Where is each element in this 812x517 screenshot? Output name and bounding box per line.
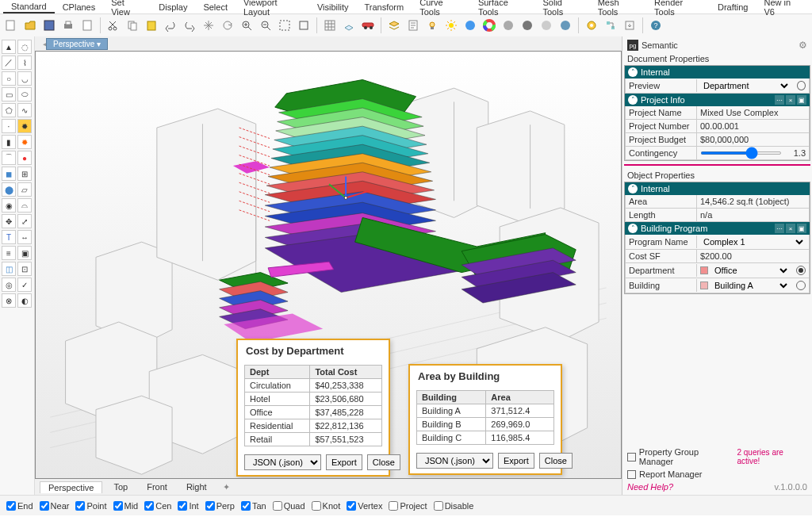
osnap-near[interactable]: Near: [40, 501, 70, 511]
point-icon[interactable]: ·: [2, 119, 16, 133]
osnap-end[interactable]: End: [6, 501, 33, 511]
gear-yellow-icon[interactable]: [584, 17, 599, 33]
flow-icon[interactable]: [603, 17, 619, 33]
report-cost-by-dept[interactable]: Cost by Department DeptTotal Cost Circul…: [236, 339, 390, 477]
section-internal[interactable]: ˄ Internal: [625, 66, 810, 79]
car-icon[interactable]: [360, 17, 376, 33]
zoom-window-icon[interactable]: [296, 17, 312, 33]
vftab-front[interactable]: Front: [139, 481, 175, 492]
osnap-vertex[interactable]: Vertex: [347, 501, 382, 511]
open-icon[interactable]: [22, 17, 38, 33]
tab-setview[interactable]: Set View: [103, 0, 151, 17]
export-icon[interactable]: [622, 17, 638, 33]
osnap-point[interactable]: Point: [75, 501, 106, 511]
viewport-tab[interactable]: Perspective ▾: [46, 38, 108, 50]
zoom-in-icon[interactable]: [239, 17, 255, 33]
rotate-icon[interactable]: [220, 17, 236, 33]
sphere-tool-icon[interactable]: ●: [17, 151, 32, 165]
section-project-info[interactable]: ˄ Project Info ⋯×▣: [625, 94, 810, 106]
tab-curvetools[interactable]: Curve Tools: [412, 0, 470, 17]
lasso-icon[interactable]: ◌: [17, 40, 32, 54]
osnap-perp[interactable]: Perp: [205, 501, 235, 511]
move-icon[interactable]: ✥: [2, 214, 16, 228]
close-button[interactable]: Close: [367, 454, 400, 470]
mesh-icon[interactable]: ⊞: [17, 167, 32, 181]
block-icon[interactable]: ▣: [17, 246, 32, 260]
project-number-value[interactable]: 00.00.001: [697, 120, 809, 132]
sphere1-icon[interactable]: [500, 17, 516, 33]
tab-newinv6[interactable]: New in V6: [756, 0, 810, 17]
save-icon[interactable]: [41, 17, 57, 33]
grid-icon[interactable]: [322, 17, 338, 33]
program-name-select[interactable]: Complex 1: [700, 236, 806, 247]
scale-icon[interactable]: ⤢: [17, 214, 32, 228]
viewport[interactable]: Cost by Department DeptTotal Cost Circul…: [35, 51, 622, 479]
section-building-program[interactable]: ˄ Building Program ⋯×▣: [625, 222, 810, 235]
polygon-icon[interactable]: ⬠: [2, 103, 16, 117]
sphere4-icon[interactable]: [557, 17, 573, 33]
building-radio[interactable]: [796, 281, 806, 290]
tab-meshtools[interactable]: Mesh Tools: [590, 0, 646, 17]
line-icon[interactable]: ／: [2, 56, 16, 70]
preview-select[interactable]: Department: [700, 80, 791, 91]
tab-display[interactable]: Display: [151, 2, 195, 13]
format-select[interactable]: JSON (.json): [416, 453, 493, 469]
contingency-slider[interactable]: [700, 151, 782, 155]
tab-visibility[interactable]: Visibility: [309, 2, 357, 13]
format-select[interactable]: JSON (.json): [244, 454, 321, 470]
cplane-icon[interactable]: [341, 17, 357, 33]
text-icon[interactable]: T: [2, 230, 16, 244]
ellipse-icon[interactable]: ⬭: [17, 87, 32, 101]
properties-icon[interactable]: [405, 17, 421, 33]
tab-vplayout[interactable]: Viewport Layout: [236, 0, 309, 17]
sphere2-icon[interactable]: [519, 17, 535, 33]
close-button[interactable]: Close: [539, 453, 573, 469]
tab-drafting[interactable]: Drafting: [710, 2, 756, 13]
sphere3-icon[interactable]: [538, 17, 554, 33]
vftab-top[interactable]: Top: [105, 481, 136, 492]
close-icon[interactable]: ×: [786, 95, 795, 105]
pgm-checkbox[interactable]: [627, 453, 636, 461]
flame-icon[interactable]: ✹: [17, 135, 32, 149]
zoom-out-icon[interactable]: [258, 17, 274, 33]
cylinder-icon[interactable]: ⬤: [2, 182, 16, 197]
gear-icon[interactable]: ⚙: [799, 40, 807, 51]
tab-transform[interactable]: Transform: [356, 2, 412, 13]
osnap-mid[interactable]: Mid: [113, 501, 139, 511]
render-icon[interactable]: ◐: [17, 293, 32, 308]
vftab-right[interactable]: Right: [178, 481, 215, 492]
rect-icon[interactable]: ▭: [2, 87, 16, 101]
box-icon[interactable]: ◼: [2, 167, 16, 181]
redo-icon[interactable]: [182, 17, 197, 33]
osnap-disable[interactable]: Disable: [434, 501, 474, 511]
explode-icon[interactable]: ✹: [17, 119, 32, 133]
cut-icon[interactable]: [105, 17, 121, 33]
sun-icon[interactable]: [443, 17, 459, 33]
light-icon[interactable]: [424, 17, 440, 33]
analyze-icon[interactable]: ⊗: [2, 293, 16, 308]
arc-icon[interactable]: ◡: [17, 71, 32, 86]
osnap-tan[interactable]: Tan: [241, 501, 266, 511]
help-icon[interactable]: ?: [648, 17, 664, 33]
close-icon[interactable]: ×: [786, 224, 795, 233]
plane-icon[interactable]: ▱: [17, 182, 32, 197]
osnap-project[interactable]: Project: [389, 501, 427, 511]
pan-icon[interactable]: [201, 17, 216, 33]
zoom-extents-icon[interactable]: [277, 17, 293, 33]
dept-radio[interactable]: [796, 266, 806, 275]
project-budget-value[interactable]: $80,000,000: [697, 133, 809, 146]
document-icon[interactable]: [79, 17, 95, 33]
department-select[interactable]: Office: [711, 265, 790, 276]
max-icon[interactable]: ▣: [797, 224, 806, 233]
circle-icon[interactable]: ○: [2, 71, 16, 86]
building-select[interactable]: Building A: [711, 280, 790, 291]
export-button[interactable]: Export: [326, 454, 362, 470]
undo-icon[interactable]: [163, 17, 178, 33]
window-icon[interactable]: ⋯: [775, 95, 784, 105]
tab-select[interactable]: Select: [195, 2, 236, 13]
blend-icon[interactable]: ⌒: [2, 151, 16, 165]
osnap-int[interactable]: Int: [178, 501, 198, 511]
new-icon[interactable]: [3, 17, 19, 33]
tab-cplanes[interactable]: CPlanes: [55, 2, 104, 13]
cost-sf-value[interactable]: $200.00: [697, 250, 809, 262]
